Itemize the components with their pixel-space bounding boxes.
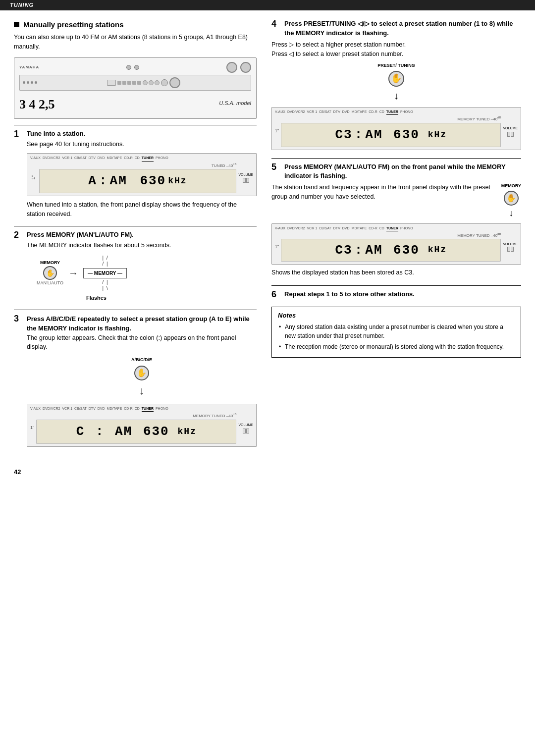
receiver-dots [23, 81, 37, 84]
step-5: 5 Press MEMORY (MAN'L/AUTO FM) on the fr… [271, 162, 521, 277]
volume-knob [240, 62, 251, 73]
step-4-num: 4 [271, 19, 280, 28]
top-bar: TUNING [0, 0, 535, 10]
vol-indicator-5: VOLUME [503, 242, 518, 252]
lcd-band-5: AM [365, 241, 382, 259]
lcd-colon-1: : [99, 171, 108, 191]
label-dvdvcr2-4: DVD/VCR2 [287, 109, 305, 115]
label-tuner: TUNER [142, 156, 154, 162]
lcd-freq-4: 630 [385, 125, 420, 145]
note-item-2: The reception mode (stereo or monaural) … [278, 342, 515, 351]
down-arrow-step4: ↓ [394, 88, 399, 103]
hand-icon-step5: ✋ [504, 191, 519, 206]
label-phono-5: PHONO [400, 226, 413, 231]
step-5-text-area: The station band and frequency appear in… [271, 183, 495, 202]
mem-slash-lines: | / / | [103, 255, 108, 267]
step-3-body1: The group letter appears. Check that the… [27, 333, 257, 352]
step-6-num: 6 [271, 290, 280, 299]
vol-indicator-3: VOLUME [238, 423, 253, 433]
ch-indicator: 1" [30, 175, 37, 179]
down-arrow-step5: ↓ [509, 207, 513, 219]
ch-indicator-5: 1" [275, 244, 279, 250]
top-bar-label: TUNING [10, 2, 34, 8]
lcd-top-labels-5: V-AUX DVD/VCR2 VCR 1 CB/SAT DTV DVD MD/T… [275, 226, 518, 231]
section-square-icon [14, 22, 19, 27]
lcd-top-labels-1: V-AUX DVD/VCR2 VCR 1 CB/SAT DTV DVD MD/T… [30, 156, 253, 162]
label-cbsat: CB/SAT [74, 156, 87, 162]
memory-indicator: | / / | — MEMORY — / | | \ [83, 255, 127, 291]
lcd-display-5: C3 : AM 630 kHz [281, 239, 501, 262]
label-vcr1-5: VCR 1 [307, 226, 317, 231]
label-dvd-3: DVD [98, 406, 105, 412]
memory-icon-left: MEMORY ✋ MAN'L/AUTO [37, 260, 63, 287]
lcd-display-1: A : AM 630 kHz [39, 169, 237, 193]
section-title-text: Manually presetting stations [23, 19, 124, 30]
label-cbsat-3: CB/SAT [74, 406, 87, 412]
preset-tuning-label: PRESET/ TUNING [377, 62, 415, 69]
step-6-header: 6 Repeat steps 1 to 5 to store other sta… [271, 290, 521, 299]
lcd-step3: V-AUX DVD/VCR2 VCR 1 CB/SAT DTV DVD MD/T… [27, 404, 257, 447]
note-item-1: Any stored station data existing under a… [278, 323, 515, 340]
step-4-title: Press PRESET/TUNING ◁/▷ to select a pres… [284, 19, 521, 37]
lcd-display-3: C : AM 630 kHz [36, 420, 236, 444]
receiver-strip [19, 75, 251, 91]
lcd-step5: V-AUX DVD/VCR2 VCR 1 CB/SAT DTV DVD MD/T… [271, 223, 521, 265]
lcd-group-3: C [76, 422, 85, 441]
circle-buttons [143, 80, 160, 85]
step-1-body: See page 40 for tuning instructions. V-A… [27, 140, 257, 218]
vol-indicator-4: VOLUME [503, 126, 518, 137]
label-dvd-5: DVD [342, 226, 350, 231]
label-mdtape-4: MD/TAPE [352, 109, 367, 115]
label-vaux: V-AUX [30, 156, 41, 162]
step-3-num: 3 [14, 314, 23, 323]
step-2: 2 Press MEMORY (MAN'L/AUTO FM). The MEMO… [14, 230, 257, 303]
lcd-band-3: AM [107, 422, 133, 441]
label-dtv: DTV [89, 156, 96, 162]
lcd-unit-5: kHz [422, 244, 447, 256]
divider-5 [271, 285, 521, 286]
label-phono-4: PHONO [400, 109, 413, 115]
lcd-display-4: C3 : AM 630 kHz [281, 123, 501, 147]
page-footer: 42 [0, 463, 535, 485]
label-dvd-4: DVD [342, 109, 350, 115]
label-vaux-3: V-AUX [30, 406, 41, 412]
label-dtv-4: DTV [333, 109, 340, 115]
label-cdr-5: CD-R [369, 226, 377, 231]
label-tuner-3: TUNER [142, 406, 154, 412]
label-dvdvcr2: DVD/VCR2 [43, 156, 60, 162]
page-number: 42 [14, 468, 21, 476]
step-6: 6 Repeat steps 1 to 5 to store other sta… [271, 290, 521, 299]
lcd-freq-1: 630 [140, 171, 166, 191]
label-cdr: CD-R [124, 156, 133, 162]
tuned-label: TUNED –40dB [39, 162, 237, 169]
step-4-body1: Press ▷ to select a higher preset statio… [271, 40, 521, 50]
divider-4 [271, 158, 521, 159]
memory-tuned-label-4: MEMORY TUNED –40dB [281, 115, 501, 122]
memory-box: — MEMORY — [83, 268, 127, 278]
label-vcr1: VCR 1 [62, 156, 72, 162]
step-2-body: The MEMORY indicator flashes for about 5… [27, 241, 257, 303]
label-mdtape-5: MD/TAPE [352, 226, 367, 231]
model-label: U.S.A. model [219, 100, 251, 107]
lcd-space-1 [129, 171, 138, 191]
memory-tuned-label-3: MEMORY TUNED –40dB [36, 412, 236, 419]
lcd-unit-3: kHz [171, 425, 197, 438]
label-tuner-5: TUNER [386, 226, 398, 231]
label-cd-4: CD [379, 109, 384, 115]
lcd-top-labels-4: V-AUX DVD/VCR2 VCR 1 CB/SAT DTV DVD MD/T… [275, 109, 518, 115]
label-cdr-3: CD-R [124, 406, 133, 412]
step-4-header: 4 Press PRESET/TUNING ◁/▷ to select a pr… [271, 19, 521, 37]
step5-memory-diagram: MEMORY ✋ ↓ [501, 183, 521, 219]
arrow-right-icon: → [68, 266, 78, 280]
small-knob [161, 79, 168, 86]
notes-box: Notes Any stored station data existing u… [271, 307, 521, 358]
step-5-num: 5 [271, 162, 280, 171]
step-1-instructions: See page 40 for tuning instructions. [27, 140, 257, 149]
lcd-top-labels-3: V-AUX DVD/VCR2 VCR 1 CB/SAT DTV DVD MD/T… [30, 406, 253, 412]
label-cdr-4: CD-R [369, 109, 377, 115]
lcd-colon-5: : [355, 241, 364, 259]
display-element [107, 80, 116, 86]
step-number-labels: 3 4 2,5 [19, 96, 55, 113]
label-dvdvcr2-5: DVD/VCR2 [287, 226, 305, 231]
lcd-unit-4: kHz [422, 128, 447, 142]
